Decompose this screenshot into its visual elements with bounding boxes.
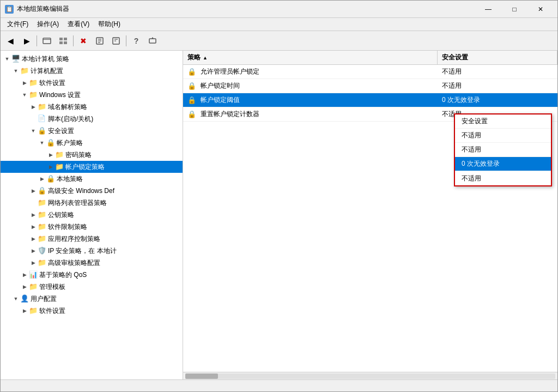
expand-user[interactable]: ▼ <box>11 294 20 303</box>
qos-icon: 📊 <box>29 270 38 279</box>
tree-item-qos[interactable]: ▶ 📊 基于策略的 QoS <box>1 269 183 281</box>
tree-item-account-policy[interactable]: ▼ 🔒 帐户策略 <box>1 137 183 149</box>
tree-item-admin-templates[interactable]: ▶ 📁 管理模板 <box>1 281 183 293</box>
view-button[interactable] <box>56 33 71 49</box>
folder-icon: 📁 <box>29 91 38 99</box>
table-body: 🔒 允许管理员帐户锁定 不适用 🔒 帐户锁定时间 不适用 🔒 <box>183 65 557 372</box>
expand-pubkey[interactable]: ▶ <box>29 210 38 219</box>
maximize-button[interactable]: □ <box>502 1 527 18</box>
tree-item-user-software[interactable]: ▶ 📁 软件设置 <box>1 305 183 317</box>
delete-button[interactable]: ✖ <box>76 33 91 49</box>
expand-security[interactable]: ▼ <box>29 126 38 135</box>
expand-root[interactable]: ▼ <box>3 55 11 63</box>
expand-account[interactable]: ▼ <box>38 138 46 147</box>
export-button[interactable] <box>108 33 124 49</box>
tree-item-local-policy[interactable]: ▶ 🔒 本地策略 <box>1 173 183 185</box>
expand-dns[interactable]: ▶ <box>29 102 38 111</box>
tree-item-lockout[interactable]: ▶ 📁 帐户锁定策略 <box>1 161 183 173</box>
th-policy-label: 策略 <box>187 53 201 62</box>
close-button[interactable]: ✕ <box>528 1 553 18</box>
tree-label-user-software: 软件设置 <box>39 306 65 316</box>
policy-name-3: 重置帐户锁定计数器 <box>201 110 259 119</box>
tree-item-scripts[interactable]: ▶ 📄 脚本(启动/关机) <box>1 113 183 125</box>
expand-windows-settings[interactable]: ▼ <box>20 91 29 99</box>
extra-button[interactable] <box>145 33 160 49</box>
horizontal-scrollbar[interactable] <box>183 372 557 379</box>
expand-password[interactable]: ▶ <box>46 150 55 159</box>
tree-item-computer[interactable]: ▼ 📁 计算机配置 <box>1 65 183 77</box>
window-title: 本地组策略编辑器 <box>17 4 476 14</box>
expand-software[interactable]: ▶ <box>20 79 29 87</box>
tree-item-network-list[interactable]: ▶ 📁 网络列表管理器策略 <box>1 197 183 209</box>
folder-icon: 📁 <box>29 306 38 315</box>
tree-item-dns[interactable]: ▶ 📁 域名解析策略 <box>1 101 183 113</box>
tree-item-windows-settings[interactable]: ▼ 📁 Windows 设置 <box>1 89 183 101</box>
td-policy-3: 🔒 重置帐户锁定计数器 <box>183 107 438 121</box>
tree-item-public-key[interactable]: ▶ 📁 公钥策略 <box>1 209 183 221</box>
tree-label-app-control: 应用程序控制策略 <box>48 234 100 244</box>
tree-item-root[interactable]: ▼ 🖥️ 本地计算机 策略 <box>1 53 183 65</box>
browse-button[interactable] <box>39 33 54 49</box>
properties-button[interactable] <box>92 33 107 49</box>
table-row[interactable]: 🔒 允许管理员帐户锁定 不适用 <box>183 65 557 79</box>
tree-item-security[interactable]: ▼ 🔒 安全设置 <box>1 125 183 137</box>
context-box-row-0: 安全设置 <box>455 114 551 129</box>
lockout-folder-icon: 📁 <box>55 162 64 171</box>
tree-item-app-control[interactable]: ▶ 📁 应用程序控制策略 <box>1 233 183 245</box>
th-policy[interactable]: 策略 ▲ <box>183 51 438 64</box>
tree-panel[interactable]: ▼ 🖥️ 本地计算机 策略 ▼ 📁 计算机配置 ▶ 📁 软件设置 ▼ 📁 Win… <box>1 51 183 379</box>
tree-item-password[interactable]: ▶ 📁 密码策略 <box>1 149 183 161</box>
tree-label-public-key: 公钥策略 <box>48 210 74 220</box>
expand-softrestrict[interactable]: ▶ <box>29 222 38 231</box>
user-config-icon: 👤 <box>20 294 29 303</box>
menu-help[interactable]: 帮助(H) <box>94 19 125 30</box>
tree-item-windows-def[interactable]: ▶ 🔒 高级安全 Windows Def <box>1 185 183 197</box>
expand-windef[interactable]: ▶ <box>29 186 38 195</box>
tree-item-user-config[interactable]: ▼ 👤 用户配置 <box>1 293 183 305</box>
hscroll-track[interactable] <box>185 373 555 379</box>
main-window: 📋 本地组策略编辑器 — □ ✕ 文件(F) 操作(A) 查看(V) 帮助(H)… <box>0 0 558 392</box>
svg-rect-5 <box>64 41 67 44</box>
hscroll-thumb[interactable] <box>185 373 218 379</box>
context-box-row-2: 不适用 <box>455 143 551 157</box>
tree-item-software-restrict[interactable]: ▶ 📁 软件限制策略 <box>1 221 183 233</box>
tree-item-audit[interactable]: ▶ 📁 高级审核策略配置 <box>1 257 183 269</box>
forward-button[interactable]: ▶ <box>19 33 34 49</box>
minimize-button[interactable]: — <box>476 1 501 18</box>
expand-ipsec[interactable]: ▶ <box>29 246 38 255</box>
menu-file[interactable]: 文件(F) <box>3 19 33 30</box>
toolbar-sep-3 <box>126 35 126 46</box>
td-setting-0: 不适用 <box>438 65 557 79</box>
expand-qos[interactable]: ▶ <box>20 270 29 279</box>
menu-view[interactable]: 查看(V) <box>63 19 94 30</box>
sort-icon: ▲ <box>203 55 208 61</box>
table-row-selected[interactable]: 🔒 帐户锁定阈值 0 次无效登录 <box>183 93 557 107</box>
expand-lockout[interactable]: ▶ <box>46 162 55 171</box>
expand-user-software[interactable]: ▶ <box>20 306 29 315</box>
expand-local[interactable]: ▶ <box>38 174 46 183</box>
folder-icon: 📁 <box>20 67 29 75</box>
tree-label-audit: 高级审核策略配置 <box>48 258 100 268</box>
expand-admin[interactable]: ▶ <box>20 282 29 291</box>
expand-appcontrol[interactable]: ▶ <box>29 234 38 243</box>
svg-rect-4 <box>59 41 63 44</box>
folder-icon: 📁 <box>38 198 46 207</box>
folder-icon: 📁 <box>29 282 38 291</box>
svg-rect-13 <box>149 39 156 43</box>
th-setting[interactable]: 安全设置 <box>438 51 557 64</box>
table-row[interactable]: 🔒 帐户锁定时间 不适用 <box>183 79 557 93</box>
tree-item-ip-security[interactable]: ▶ 🛡️ IP 安全策略，在 本地计 <box>1 245 183 257</box>
context-box: 安全设置 不适用 不适用 0 次无效登录 不适用 <box>454 113 552 186</box>
tree-item-software[interactable]: ▶ 📁 软件设置 <box>1 77 183 89</box>
back-button[interactable]: ◀ <box>3 33 18 49</box>
expand-audit[interactable]: ▶ <box>29 258 38 267</box>
folder-icon: 📁 <box>38 210 46 219</box>
expand-computer[interactable]: ▼ <box>11 67 20 75</box>
context-label-4: 不适用 <box>462 174 481 183</box>
folder-icon: 📁 <box>38 234 46 243</box>
title-bar: 📋 本地组策略编辑器 — □ ✕ <box>1 1 557 18</box>
tree-label-computer: 计算机配置 <box>31 67 63 76</box>
help-button[interactable]: ? <box>129 33 144 49</box>
menu-action[interactable]: 操作(A) <box>33 19 63 30</box>
context-box-row-3-selected: 0 次无效登录 <box>455 157 551 171</box>
